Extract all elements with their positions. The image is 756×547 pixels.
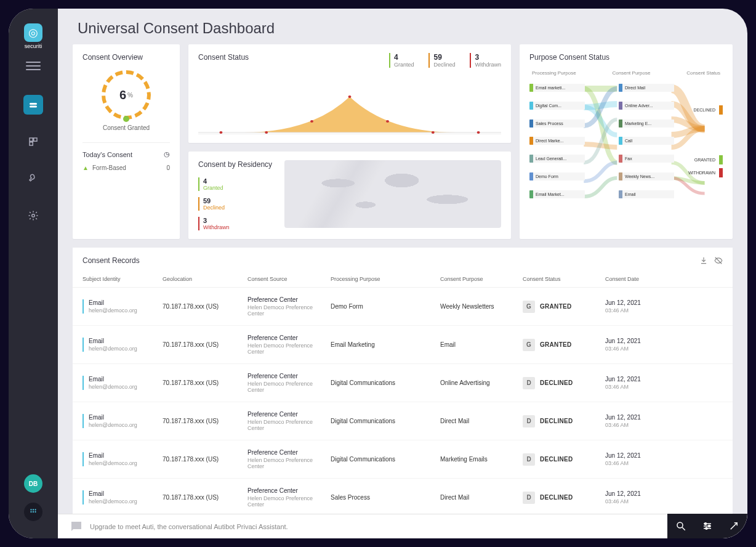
purpose-title: Purpose Consent Status bbox=[529, 53, 723, 62]
nav-icons bbox=[23, 95, 43, 225]
chat-icon bbox=[69, 519, 84, 534]
footer-actions bbox=[667, 514, 747, 538]
sankey-mid-node: Call bbox=[619, 137, 674, 145]
svg-point-6 bbox=[30, 509, 31, 510]
svg-point-7 bbox=[33, 509, 34, 510]
status-badge: D bbox=[523, 415, 535, 427]
purpose-consent-card: Purpose Consent Status Processing Purpos… bbox=[520, 44, 733, 239]
sankey-left-node: Email marketi... bbox=[529, 84, 585, 92]
filter-icon[interactable] bbox=[702, 521, 713, 532]
sankey-mid-node: Online Adver... bbox=[619, 102, 674, 110]
consent-status-card: Consent Status 4Granted59Declined3Withdr… bbox=[188, 44, 511, 143]
triangle-up-icon: ▲ bbox=[82, 164, 89, 171]
search-icon[interactable] bbox=[675, 521, 686, 532]
gauge-ring: 6% bbox=[102, 70, 151, 120]
gauge: 6% Consent Granted bbox=[82, 70, 170, 131]
svg-point-19 bbox=[477, 131, 480, 134]
residency-count-declined: 59Declined bbox=[198, 197, 272, 211]
col-pp: Processing Purpose bbox=[331, 276, 440, 282]
sankey-mid-node: Email bbox=[619, 190, 674, 198]
sidebar-bottom: DB bbox=[24, 474, 42, 526]
svg-point-27 bbox=[708, 525, 710, 527]
svg-rect-3 bbox=[34, 138, 37, 141]
status-badge: G bbox=[523, 301, 535, 313]
gauge-label: Consent Granted bbox=[103, 124, 150, 131]
user-avatar[interactable]: DB bbox=[24, 474, 42, 493]
residency-count-withdrawn: 3Withdrawn bbox=[198, 217, 272, 230]
sankey-mid-node: Weekly News... bbox=[619, 172, 674, 180]
nav-settings-icon[interactable] bbox=[23, 206, 43, 225]
svg-point-13 bbox=[219, 131, 222, 134]
svg-point-15 bbox=[310, 120, 313, 123]
logo[interactable]: ◎ securiti bbox=[18, 21, 49, 52]
consent-table: Subject Identity Geolocation Consent Sou… bbox=[73, 271, 733, 516]
app-frame: ◎ securiti DB Universal Consent Dashboar… bbox=[9, 9, 747, 538]
svg-point-8 bbox=[34, 509, 36, 510]
table-row[interactable]: Emailhelen@democo.org70.187.178.xxx (US)… bbox=[73, 288, 733, 326]
svg-point-28 bbox=[706, 527, 707, 529]
top-row: Consent Overview 6% Consent Granted Toda… bbox=[73, 44, 733, 239]
sankey-mid-node: Marketing E... bbox=[619, 120, 674, 128]
today-label: Today's Consent bbox=[82, 151, 132, 158]
col-subject: Subject Identity bbox=[82, 276, 163, 282]
overview-title: Consent Overview bbox=[82, 53, 170, 62]
col-geo: Geolocation bbox=[163, 276, 247, 282]
menu-toggle[interactable] bbox=[26, 62, 41, 70]
status-count-granted: 4Granted bbox=[389, 53, 414, 68]
table-header: Subject Identity Geolocation Consent Sou… bbox=[73, 271, 733, 288]
sankey-left-node: Digital Com... bbox=[529, 102, 585, 110]
svg-point-18 bbox=[432, 131, 435, 134]
svg-point-5 bbox=[32, 214, 35, 217]
consent-overview-card: Consent Overview 6% Consent Granted Toda… bbox=[73, 44, 180, 239]
clock-icon: ◷ bbox=[164, 150, 170, 158]
sankey-left-node: Sales Process bbox=[529, 120, 585, 128]
gauge-value: 6 bbox=[119, 88, 126, 102]
status-chart bbox=[198, 75, 501, 134]
table-row[interactable]: Emailhelen@democo.org70.187.178.xxx (US)… bbox=[73, 402, 733, 440]
status-badge: D bbox=[523, 492, 535, 504]
purpose-col-left: Processing Purpose bbox=[532, 70, 576, 76]
status-badge: D bbox=[523, 453, 535, 466]
svg-rect-1 bbox=[30, 106, 37, 108]
page-title: Universal Consent Dashboard bbox=[78, 20, 728, 37]
today-consent: Today's Consent◷ ▲Form-Based0 bbox=[82, 142, 170, 171]
col-cs: Consent Status bbox=[523, 276, 605, 282]
consent-residency-card: Consent by Residency 4Granted59Declined3… bbox=[188, 152, 511, 239]
header: Universal Consent Dashboard bbox=[58, 9, 747, 44]
world-map bbox=[284, 160, 501, 228]
svg-rect-4 bbox=[30, 142, 33, 145]
table-row[interactable]: Emailhelen@democo.org70.187.178.xxx (US)… bbox=[73, 326, 733, 364]
svg-line-22 bbox=[682, 527, 685, 530]
svg-rect-0 bbox=[30, 103, 37, 105]
table-row[interactable]: Emailhelen@democo.org70.187.178.xxx (US)… bbox=[73, 364, 733, 402]
download-icon[interactable] bbox=[699, 256, 708, 265]
expand-icon[interactable] bbox=[728, 521, 739, 532]
content-scroll[interactable]: Consent Overview 6% Consent Granted Toda… bbox=[58, 44, 747, 538]
middle-column: Consent Status 4Granted59Declined3Withdr… bbox=[188, 44, 511, 239]
status-count-withdrawn: 3Withdrawn bbox=[470, 53, 501, 68]
table-row[interactable]: Emailhelen@democo.org70.187.178.xxx (US)… bbox=[73, 479, 733, 516]
col-src: Consent Source bbox=[247, 276, 331, 282]
svg-point-21 bbox=[677, 522, 683, 528]
nav-tools-icon[interactable] bbox=[23, 169, 43, 188]
status-title: Consent Status bbox=[198, 53, 249, 62]
status-badge: D bbox=[523, 377, 535, 389]
sankey-mid-node: Fax bbox=[619, 155, 674, 163]
consent-records-card: Consent Records Subject Identity Geoloca… bbox=[73, 248, 733, 516]
visibility-off-icon[interactable] bbox=[714, 256, 723, 265]
sankey-mid-node: Direct Mail bbox=[619, 84, 674, 92]
nav-consent-icon[interactable] bbox=[23, 95, 43, 115]
table-row[interactable]: Emailhelen@democo.org70.187.178.xxx (US)… bbox=[73, 440, 733, 479]
main-content: Universal Consent Dashboard Consent Over… bbox=[58, 9, 747, 538]
sankey-right-node: DECLINED bbox=[680, 105, 723, 115]
svg-point-16 bbox=[348, 95, 352, 98]
records-title: Consent Records bbox=[82, 256, 140, 265]
app-switcher-icon[interactable] bbox=[24, 503, 42, 521]
status-count-declined: 59Declined bbox=[428, 53, 455, 68]
svg-point-17 bbox=[386, 120, 389, 123]
nav-dashboard-icon[interactable] bbox=[23, 132, 43, 152]
sidebar: ◎ securiti DB bbox=[9, 9, 58, 538]
sankey-right-node: WITHDRAWN bbox=[680, 168, 723, 177]
logo-icon: ◎ bbox=[24, 23, 42, 42]
sankey-left-node: Lead Generati... bbox=[529, 155, 585, 163]
